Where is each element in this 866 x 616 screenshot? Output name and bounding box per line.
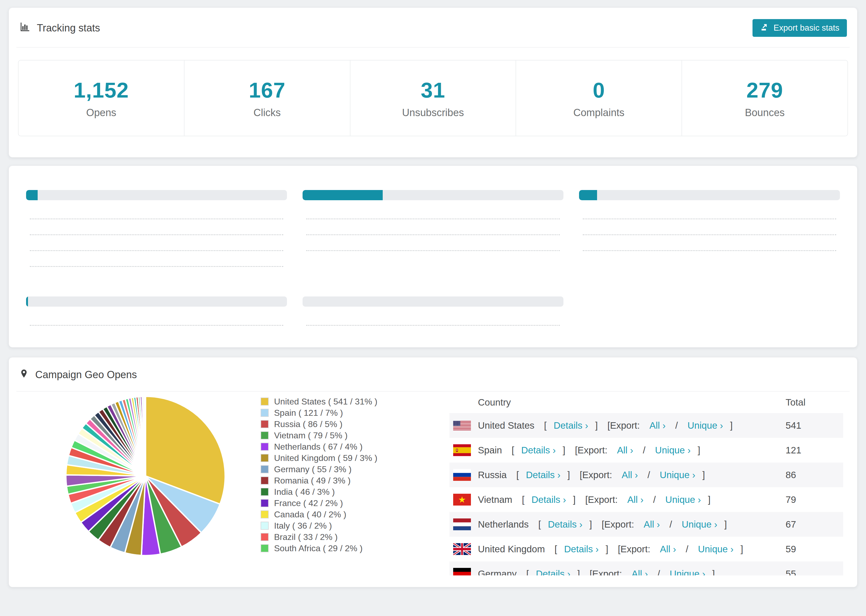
details-link[interactable]: Details › xyxy=(521,445,556,456)
tracking-stats-card: Tracking stats Export basic stats 1,152O… xyxy=(9,8,857,157)
export-all-link[interactable]: All › xyxy=(644,519,660,530)
legend-swatch xyxy=(261,511,269,519)
summary-stat-box-complaints: 0Complaints xyxy=(516,60,682,136)
legend-item-vn[interactable]: Vietnam ( 79 / 5% ) xyxy=(261,430,449,441)
country-name: Germany xyxy=(478,569,519,575)
legend-item-ca[interactable]: Canada ( 40 / 2% ) xyxy=(261,509,449,520)
legend-label: Romania ( 49 / 3% ) xyxy=(274,476,351,486)
legend-label: India ( 46 / 3% ) xyxy=(274,487,335,497)
legend-item-fr[interactable]: France ( 42 / 2% ) xyxy=(261,498,449,509)
geo-legend: United States ( 541 / 31% )Spain ( 121 /… xyxy=(261,391,449,575)
flag-ru-icon xyxy=(453,469,471,481)
stat-value: 31 xyxy=(421,78,446,103)
country-total: 59 xyxy=(786,537,843,561)
legend-label: Italy ( 36 / 2% ) xyxy=(274,521,332,531)
geo-card-header: Campaign Geo Opens xyxy=(16,357,850,391)
legend-item-br[interactable]: Brazil ( 33 / 2% ) xyxy=(261,531,449,543)
progress-bar xyxy=(302,190,564,200)
geo-pie-chart xyxy=(32,391,261,575)
rate-block-unsubscribe-rate xyxy=(26,289,287,328)
export-all-link[interactable]: All › xyxy=(627,494,643,505)
details-link[interactable]: Details › xyxy=(548,519,582,530)
legend-swatch xyxy=(261,499,269,507)
rate-row xyxy=(579,206,840,222)
flag-vn-icon xyxy=(453,494,471,506)
details-link[interactable]: Details › xyxy=(536,569,570,575)
legend-item-es[interactable]: Spain ( 121 / 7% ) xyxy=(261,407,449,418)
stat-value: 167 xyxy=(249,78,285,103)
tracking-card-header: Tracking stats Export basic stats xyxy=(16,8,850,47)
stat-label: Bounces xyxy=(745,107,785,118)
country-total: 541 xyxy=(786,413,843,438)
export-unique-link[interactable]: Unique › xyxy=(687,420,723,431)
geo-table-row-gb: United Kingdom [Details ›] [Export: All … xyxy=(449,537,843,561)
export-basic-stats-button[interactable]: Export basic stats xyxy=(753,19,847,37)
export-unique-link[interactable]: Unique › xyxy=(655,445,691,456)
legend-swatch xyxy=(261,488,269,496)
rate-block-complaints-rate xyxy=(302,289,564,328)
legend-swatch xyxy=(261,476,269,485)
legend-swatch xyxy=(261,465,269,473)
rate-row xyxy=(302,206,564,222)
stat-label: Clicks xyxy=(254,107,281,118)
export-unique-link[interactable]: Unique › xyxy=(660,470,695,480)
details-link[interactable]: Details › xyxy=(531,494,566,505)
legend-item-us[interactable]: United States ( 541 / 31% ) xyxy=(261,396,449,407)
legend-swatch xyxy=(261,454,269,462)
export-all-link[interactable]: All › xyxy=(632,569,648,575)
progress-bar xyxy=(26,297,287,306)
legend-item-it[interactable]: Italy ( 36 / 2% ) xyxy=(261,520,449,531)
export-all-link[interactable]: All › xyxy=(622,470,638,480)
details-link[interactable]: Details › xyxy=(564,544,599,555)
details-link[interactable]: Details › xyxy=(526,470,560,480)
country-total: 55 xyxy=(786,561,843,575)
export-icon xyxy=(760,22,769,34)
export-unique-link[interactable]: Unique › xyxy=(698,544,734,555)
summary-stat-box-clicks: 167Clicks xyxy=(184,60,350,136)
legend-label: Spain ( 121 / 7% ) xyxy=(274,408,343,418)
export-all-link[interactable]: All › xyxy=(660,544,676,555)
rate-block-bounce-rate xyxy=(579,182,840,270)
flag-de-icon xyxy=(453,568,471,575)
export-unique-link[interactable]: Unique › xyxy=(665,494,701,505)
export-all-link[interactable]: All › xyxy=(650,420,666,431)
export-unique-link[interactable]: Unique › xyxy=(670,569,705,575)
export-all-link[interactable]: All › xyxy=(617,445,633,456)
dotted-leader xyxy=(30,266,283,267)
stat-value: 279 xyxy=(746,78,783,103)
country-name: Spain xyxy=(478,445,505,456)
campaign-geo-opens-card: Campaign Geo Opens United States ( 541 /… xyxy=(9,357,857,587)
legend-item-za[interactable]: South Africa ( 29 / 2% ) xyxy=(261,543,449,554)
geo-table: Country Total United States [Details ›] … xyxy=(449,391,843,575)
legend-item-gb[interactable]: United Kingdom ( 59 / 3% ) xyxy=(261,452,449,464)
legend-item-in[interactable]: India ( 46 / 3% ) xyxy=(261,486,449,498)
country-total: 86 xyxy=(786,462,843,487)
progress-bar xyxy=(579,190,840,200)
legend-label: Germany ( 55 / 3% ) xyxy=(274,464,351,475)
dotted-leader xyxy=(306,250,560,251)
dotted-leader xyxy=(306,325,560,326)
rate-block-clicks-rate xyxy=(26,182,287,270)
legend-item-nl[interactable]: Netherlands ( 67 / 4% ) xyxy=(261,441,449,452)
stat-label: Unsubscribes xyxy=(402,107,464,118)
legend-swatch xyxy=(261,533,269,541)
dotted-leader xyxy=(306,218,560,219)
legend-item-de[interactable]: Germany ( 55 / 3% ) xyxy=(261,464,449,475)
geo-table-row-us: United States [Details ›] [Export: All ›… xyxy=(449,413,843,438)
legend-item-ro[interactable]: Romania ( 49 / 3% ) xyxy=(261,475,449,486)
geo-table-wrap: Country Total United States [Details ›] … xyxy=(449,391,843,575)
stat-value: 0 xyxy=(593,78,605,103)
legend-item-ru[interactable]: Russia ( 86 / 5% ) xyxy=(261,418,449,430)
country-name: United Kingdom xyxy=(478,544,548,555)
summary-stat-box-bounces: 279Bounces xyxy=(682,60,848,136)
rates-card xyxy=(9,165,857,347)
country-total: 79 xyxy=(786,487,843,512)
export-unique-link[interactable]: Unique › xyxy=(682,519,717,530)
country-name: Vietnam xyxy=(478,494,515,505)
details-link[interactable]: Details › xyxy=(554,420,588,431)
dotted-leader xyxy=(30,234,283,235)
legend-swatch xyxy=(261,398,269,405)
flag-es-icon xyxy=(453,444,471,456)
country-name: Netherlands xyxy=(478,519,531,530)
legend-label: Vietnam ( 79 / 5% ) xyxy=(274,431,348,440)
